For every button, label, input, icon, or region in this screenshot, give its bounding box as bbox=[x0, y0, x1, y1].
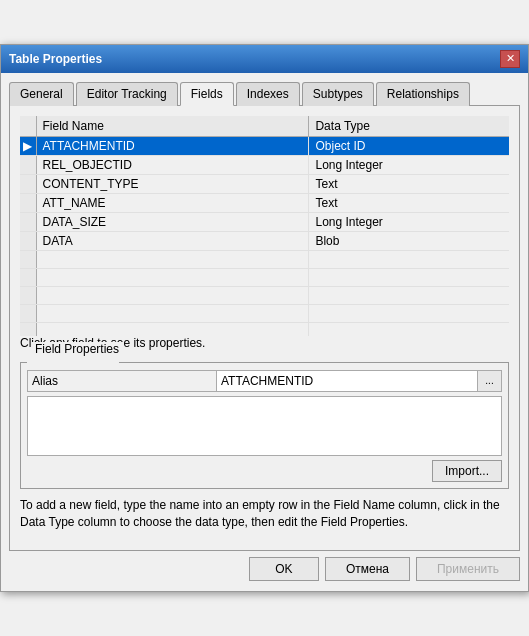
fields-table-container: Field Name Data Type ▶ATTACHMENTIDObject… bbox=[20, 116, 509, 336]
table-header-row: Field Name Data Type bbox=[20, 116, 509, 137]
alias-label-input[interactable] bbox=[27, 370, 217, 392]
row-indicator bbox=[20, 250, 36, 268]
data-type-cell[interactable]: Long Integer bbox=[309, 155, 509, 174]
fields-table-body: ▶ATTACHMENTIDObject IDREL_OBJECTIDLong I… bbox=[20, 136, 509, 336]
data-type-cell[interactable] bbox=[309, 286, 509, 304]
table-row[interactable] bbox=[20, 322, 509, 336]
dialog-button-row: OK Отмена Применить bbox=[9, 551, 520, 583]
data-type-header: Data Type bbox=[309, 116, 509, 137]
table-properties-window: Table Properties ✕ General Editor Tracki… bbox=[0, 44, 529, 593]
field-name-cell[interactable]: DATA_SIZE bbox=[36, 212, 309, 231]
field-props-content: ... bbox=[27, 370, 502, 456]
field-name-cell[interactable]: ATTACHMENTID bbox=[36, 136, 309, 155]
fields-table: Field Name Data Type ▶ATTACHMENTIDObject… bbox=[20, 116, 509, 336]
tab-fields[interactable]: Fields bbox=[180, 82, 234, 106]
field-name-header: Field Name bbox=[36, 116, 309, 137]
table-row[interactable]: ▶ATTACHMENTIDObject ID bbox=[20, 136, 509, 155]
instructions-text: To add a new field, type the name into a… bbox=[20, 497, 509, 531]
cancel-button[interactable]: Отмена bbox=[325, 557, 410, 581]
field-name-cell[interactable] bbox=[36, 286, 309, 304]
tab-indexes[interactable]: Indexes bbox=[236, 82, 300, 106]
alias-value-input[interactable] bbox=[217, 370, 478, 392]
row-indicator bbox=[20, 193, 36, 212]
table-row[interactable] bbox=[20, 304, 509, 322]
title-bar: Table Properties ✕ bbox=[1, 45, 528, 73]
row-indicator bbox=[20, 286, 36, 304]
tabs-bar: General Editor Tracking Fields Indexes S… bbox=[9, 81, 520, 106]
row-indicator bbox=[20, 174, 36, 193]
field-properties-legend: Field Properties bbox=[31, 342, 123, 356]
field-name-cell[interactable] bbox=[36, 304, 309, 322]
field-name-cell[interactable] bbox=[36, 268, 309, 286]
row-indicator bbox=[20, 155, 36, 174]
window-content: General Editor Tracking Fields Indexes S… bbox=[1, 73, 528, 592]
field-props-text-area bbox=[27, 396, 502, 456]
import-row: Import... bbox=[27, 460, 502, 482]
table-row[interactable]: CONTENT_TYPEText bbox=[20, 174, 509, 193]
table-row[interactable]: REL_OBJECTIDLong Integer bbox=[20, 155, 509, 174]
window-title: Table Properties bbox=[9, 52, 102, 66]
tab-relationships[interactable]: Relationships bbox=[376, 82, 470, 106]
tab-general[interactable]: General bbox=[9, 82, 74, 106]
table-row[interactable] bbox=[20, 268, 509, 286]
field-name-cell[interactable] bbox=[36, 322, 309, 336]
row-indicator: ▶ bbox=[20, 136, 36, 155]
close-button[interactable]: ✕ bbox=[500, 50, 520, 68]
row-indicator bbox=[20, 212, 36, 231]
tab-subtypes[interactable]: Subtypes bbox=[302, 82, 374, 106]
alias-row: ... bbox=[27, 370, 502, 392]
field-name-cell[interactable]: CONTENT_TYPE bbox=[36, 174, 309, 193]
field-name-cell[interactable]: REL_OBJECTID bbox=[36, 155, 309, 174]
table-row[interactable]: DATABlob bbox=[20, 231, 509, 250]
data-type-cell[interactable]: Text bbox=[309, 174, 509, 193]
field-name-cell[interactable]: DATA bbox=[36, 231, 309, 250]
field-properties-group: Field Properties ... Import... bbox=[20, 356, 509, 489]
import-button[interactable]: Import... bbox=[432, 460, 502, 482]
row-indicator bbox=[20, 322, 36, 336]
data-type-cell[interactable] bbox=[309, 250, 509, 268]
data-type-cell[interactable]: Object ID bbox=[309, 136, 509, 155]
data-type-cell[interactable] bbox=[309, 268, 509, 286]
table-row[interactable] bbox=[20, 250, 509, 268]
fields-table-scroll[interactable]: Field Name Data Type ▶ATTACHMENTIDObject… bbox=[20, 116, 509, 336]
data-type-cell[interactable]: Blob bbox=[309, 231, 509, 250]
ok-button[interactable]: OK bbox=[249, 557, 319, 581]
alias-extra-btn[interactable]: ... bbox=[478, 370, 502, 392]
row-indicator-header bbox=[20, 116, 36, 137]
tab-fields-content: Field Name Data Type ▶ATTACHMENTIDObject… bbox=[9, 106, 520, 552]
field-name-cell[interactable]: ATT_NAME bbox=[36, 193, 309, 212]
row-indicator bbox=[20, 268, 36, 286]
table-row[interactable]: ATT_NAMEText bbox=[20, 193, 509, 212]
title-bar-controls: ✕ bbox=[500, 50, 520, 68]
field-name-cell[interactable] bbox=[36, 250, 309, 268]
data-type-cell[interactable]: Long Integer bbox=[309, 212, 509, 231]
data-type-cell[interactable]: Text bbox=[309, 193, 509, 212]
table-row[interactable] bbox=[20, 286, 509, 304]
table-row[interactable]: DATA_SIZELong Integer bbox=[20, 212, 509, 231]
data-type-cell[interactable] bbox=[309, 322, 509, 336]
tab-editor-tracking[interactable]: Editor Tracking bbox=[76, 82, 178, 106]
apply-button[interactable]: Применить bbox=[416, 557, 520, 581]
data-type-cell[interactable] bbox=[309, 304, 509, 322]
row-indicator bbox=[20, 304, 36, 322]
row-indicator bbox=[20, 231, 36, 250]
